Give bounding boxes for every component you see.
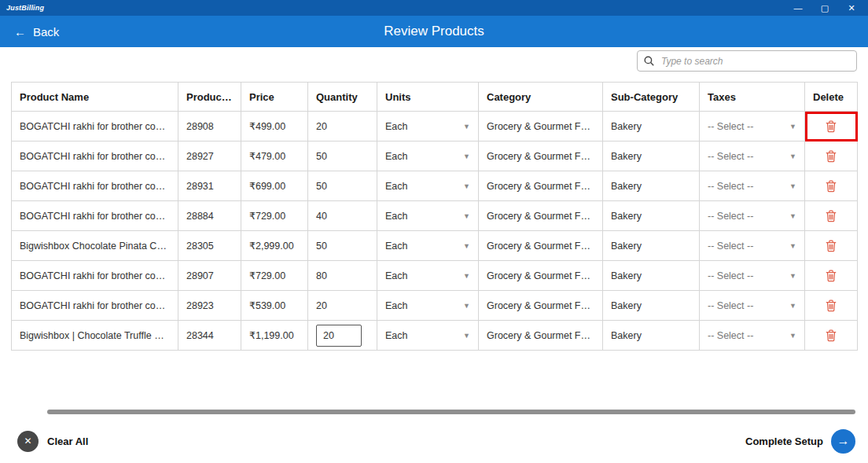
search-row (637, 50, 857, 72)
back-button[interactable]: ← Back (14, 25, 59, 39)
quantity-value[interactable]: 50 (316, 176, 351, 197)
units-cell[interactable]: Each ▼ (377, 231, 479, 261)
clear-all-button[interactable]: ✕ Clear All (17, 431, 88, 452)
price-cell: ₹539.00 (241, 291, 308, 321)
taxes-value: -- Select -- (708, 181, 753, 192)
chevron-down-icon: ▼ (789, 212, 796, 220)
delete-button[interactable] (805, 201, 857, 230)
complete-setup-button[interactable]: Complete Setup → (745, 429, 855, 454)
chevron-down-icon: ▼ (789, 272, 796, 280)
chevron-down-icon: ▼ (463, 332, 470, 340)
chevron-down-icon: ▼ (789, 123, 796, 130)
units-cell[interactable]: Each ▼ (377, 261, 479, 291)
taxes-cell[interactable]: -- Select -- ▼ (700, 201, 805, 231)
complete-setup-label: Complete Setup (745, 435, 823, 447)
taxes-cell[interactable]: -- Select -- ▼ (700, 171, 805, 201)
taxes-cell[interactable]: -- Select -- ▼ (700, 141, 805, 171)
product-code-cell: 28931 (178, 171, 241, 201)
delete-cell[interactable] (805, 261, 858, 291)
units-cell[interactable]: Each ▼ (377, 291, 479, 321)
taxes-value: -- Select -- (708, 211, 753, 222)
category-cell: Grocery & Gourmet Foods (479, 112, 603, 141)
product-name-cell: BOGATCHI rakhi for brother combo wi... (12, 201, 178, 231)
units-value: Each (385, 241, 408, 252)
table-row: Bigwishbox Chocolate Pinata Cake 1 K... … (12, 231, 858, 261)
units-cell[interactable]: Each ▼ (377, 141, 479, 171)
quantity-cell[interactable]: 20 (308, 321, 377, 351)
taxes-cell[interactable]: -- Select -- ▼ (700, 291, 805, 321)
delete-cell[interactable] (805, 291, 858, 321)
delete-cell[interactable] (805, 112, 858, 141)
delete-button[interactable] (805, 261, 857, 290)
chevron-down-icon: ▼ (463, 272, 470, 280)
taxes-value: -- Select -- (708, 121, 753, 132)
delete-cell[interactable] (805, 321, 858, 351)
quantity-value[interactable]: 20 (316, 296, 351, 316)
delete-button[interactable] (805, 231, 857, 260)
units-value: Each (385, 181, 408, 192)
quantity-value[interactable]: 50 (316, 236, 351, 256)
window-controls: — ▢ ✕ (785, 0, 865, 16)
delete-button[interactable] (805, 171, 857, 200)
product-code-cell: 28923 (178, 291, 241, 321)
taxes-cell[interactable]: -- Select -- ▼ (700, 261, 805, 291)
delete-cell[interactable] (805, 201, 858, 231)
column-header-price: Price (241, 83, 308, 112)
delete-cell[interactable] (805, 231, 858, 261)
taxes-value: -- Select -- (708, 330, 753, 341)
search-box[interactable] (637, 50, 857, 72)
maximize-button[interactable]: ▢ (811, 0, 838, 16)
table-row: Bigwishbox | Chocolate Truffle Christm..… (12, 321, 858, 351)
quantity-value[interactable]: 20 (316, 116, 351, 137)
search-input[interactable] (661, 56, 850, 67)
table-header-row: Product Name Product Code Price Quantity… (12, 83, 858, 112)
taxes-cell[interactable]: -- Select -- ▼ (700, 112, 805, 141)
quantity-cell[interactable]: 20 (308, 291, 377, 321)
search-icon (644, 56, 654, 66)
delete-button[interactable] (805, 291, 857, 320)
column-header-delete: Delete (805, 83, 858, 112)
taxes-value: -- Select -- (708, 241, 753, 252)
units-cell[interactable]: Each ▼ (377, 201, 479, 231)
delete-cell[interactable] (805, 141, 858, 171)
quantity-cell[interactable]: 20 (308, 112, 377, 141)
product-name-cell: BOGATCHI rakhi for brother combo wi... (12, 261, 178, 291)
sub-category-cell: Bakery (603, 171, 700, 201)
horizontal-scrollbar[interactable] (47, 410, 855, 414)
units-cell[interactable]: Each ▼ (377, 171, 479, 201)
chevron-down-icon: ▼ (789, 302, 796, 310)
page-title: Review Products (0, 24, 868, 39)
quantity-value[interactable]: 20 (316, 325, 362, 347)
trash-icon (826, 180, 837, 193)
trash-icon (826, 240, 837, 252)
product-name-cell: BOGATCHI rakhi for brother combo wi... (12, 291, 178, 321)
table-row: BOGATCHI rakhi for brother combo wi... 2… (12, 201, 858, 231)
column-header-taxes: Taxes (700, 83, 805, 112)
quantity-value[interactable]: 40 (316, 206, 351, 226)
product-code-cell: 28305 (178, 231, 241, 261)
price-cell: ₹729.00 (241, 201, 308, 231)
chevron-down-icon: ▼ (463, 182, 470, 190)
chevron-down-icon: ▼ (463, 123, 470, 130)
units-value: Each (385, 121, 408, 132)
quantity-cell[interactable]: 80 (308, 261, 377, 291)
quantity-value[interactable]: 50 (316, 146, 351, 167)
trash-icon (826, 270, 837, 282)
quantity-value[interactable]: 80 (316, 266, 351, 286)
quantity-cell[interactable]: 40 (308, 201, 377, 231)
taxes-value: -- Select -- (708, 151, 753, 162)
taxes-cell[interactable]: -- Select -- ▼ (700, 231, 805, 261)
delete-cell[interactable] (805, 171, 858, 201)
back-arrow-icon: ← (14, 25, 26, 39)
units-cell[interactable]: Each ▼ (377, 112, 479, 141)
quantity-cell[interactable]: 50 (308, 231, 377, 261)
units-cell[interactable]: Each ▼ (377, 321, 479, 351)
close-button[interactable]: ✕ (838, 0, 865, 16)
quantity-cell[interactable]: 50 (308, 171, 377, 201)
quantity-cell[interactable]: 50 (308, 141, 377, 171)
delete-button[interactable] (805, 141, 857, 171)
delete-button[interactable] (805, 321, 857, 350)
delete-button[interactable] (805, 112, 857, 141)
taxes-cell[interactable]: -- Select -- ▼ (700, 321, 805, 351)
minimize-button[interactable]: — (785, 0, 811, 16)
